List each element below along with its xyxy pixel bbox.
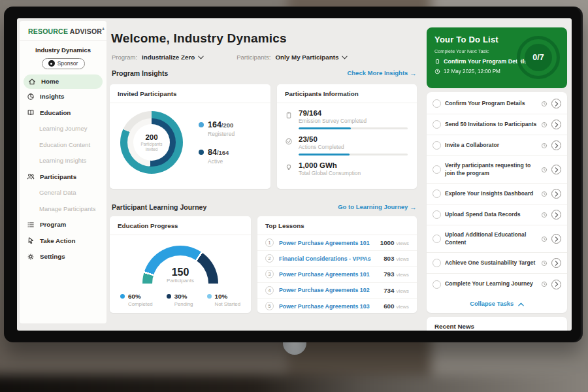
chevron-right-icon[interactable] — [551, 280, 561, 289]
collapse-tasks-link[interactable]: Collapse Tasks — [427, 295, 567, 307]
task-checkbox[interactable] — [433, 259, 441, 267]
home-icon — [28, 78, 36, 86]
task-checkbox[interactable] — [433, 165, 441, 174]
check-more-insights-link[interactable]: Check More Insights → — [347, 69, 417, 77]
sidebar-item-manage-participants[interactable]: Manage Participants — [20, 201, 106, 217]
lesson-link[interactable]: Financial Considerations - VPPAs — [279, 255, 378, 262]
chevron-right-icon[interactable] — [551, 234, 561, 244]
task-checkbox[interactable] — [433, 189, 441, 198]
recent-news-card: Recent News — [427, 317, 567, 331]
legend-item-pending: 30% Pending — [167, 293, 193, 307]
sidebar-item-general-data[interactable]: General Data — [20, 185, 106, 201]
task-row[interactable]: Verify participants requesting to join t… — [427, 156, 567, 184]
clock-icon — [541, 167, 547, 173]
task-row[interactable]: Invite a Collaborator — [427, 135, 567, 156]
chevron-right-icon[interactable] — [551, 120, 561, 129]
legend-dot — [167, 294, 171, 299]
logo-primary: RESOURCE — [28, 27, 68, 35]
legend-pct: 60% — [128, 293, 141, 300]
go-to-learning-journey-link[interactable]: Go to Learning Journey → — [338, 203, 417, 211]
task-row[interactable]: Confirm Your Program Details — [427, 93, 567, 114]
task-row[interactable]: Send 50 Invitations to Participants — [427, 114, 567, 135]
chevron-right-icon[interactable] — [551, 189, 561, 199]
clock-icon — [541, 101, 547, 107]
invited-donut-chart: 200 Participants Invited 164/200 Registe… — [110, 103, 270, 174]
program-filter-dropdown[interactable]: Industrialize Zero — [142, 54, 204, 61]
task-label: Verify participants requesting to join t… — [445, 162, 537, 176]
cursor-action-icon — [27, 237, 35, 244]
legend-value: 84 — [208, 148, 217, 157]
legend-label: Active — [208, 158, 235, 165]
task-checkbox[interactable] — [433, 210, 441, 219]
sidebar-item-label: Participants — [40, 173, 76, 180]
chevron-right-icon[interactable] — [551, 165, 561, 174]
book-icon — [27, 108, 35, 116]
sidebar-item-label: Learning Journey — [39, 125, 87, 132]
task-checkbox[interactable] — [433, 141, 441, 150]
task-checkbox[interactable] — [433, 99, 441, 108]
sidebar-item-take-action[interactable]: Take Action — [20, 233, 106, 249]
sidebar-item-settings[interactable]: Settings — [20, 249, 106, 265]
lightbulb-icon — [285, 163, 293, 176]
donut-center-label: Invited — [146, 147, 158, 152]
lesson-link[interactable]: Power Purchase Agreements 101 — [279, 271, 378, 278]
org-name: Industry Dynamics — [20, 46, 106, 54]
sidebar-item-learning-journey[interactable]: Learning Journey — [20, 121, 106, 137]
clipboard-icon — [285, 111, 293, 129]
recent-news-title: Recent News — [427, 317, 567, 331]
lesson-views: 803 — [384, 255, 394, 262]
lesson-row: 5 Power Purchase Agreements 103 600views — [257, 299, 417, 314]
lesson-link[interactable]: Power Purchase Agreements 102 — [279, 287, 378, 293]
chevron-right-icon[interactable] — [551, 99, 561, 108]
info-label: Actions Completed — [299, 144, 408, 150]
lesson-row: 2 Financial Considerations - VPPAs 803vi… — [257, 251, 417, 267]
task-row[interactable]: Upload Spend Data Records — [427, 204, 567, 225]
sponsor-badge[interactable]: Sponsor — [42, 58, 85, 69]
task-label: Achieve One Sustainability Target — [445, 259, 537, 267]
info-label: Total Global Consumption — [299, 170, 408, 176]
top-lessons-card: Top Lessons 1 Power Purchase Agreements … — [257, 216, 417, 313]
task-row[interactable]: Explore Your Insights Dashboard — [427, 184, 567, 204]
legend-item-registered: 164/200 Registered — [199, 120, 235, 137]
legend-label: Pending — [174, 301, 193, 307]
sidebar-item-education[interactable]: Education — [20, 105, 106, 121]
sidebar-item-insights[interactable]: Insights — [20, 89, 106, 105]
chevron-right-icon[interactable] — [551, 140, 561, 150]
clock-icon — [541, 191, 547, 197]
chevron-right-icon[interactable] — [551, 258, 561, 268]
info-value: 1,000 GWh — [299, 161, 408, 169]
task-checkbox[interactable] — [433, 280, 441, 289]
lesson-link[interactable]: Power Purchase Agreements 103 — [279, 303, 378, 310]
task-row[interactable]: Achieve One Sustainability Target — [427, 253, 567, 274]
dashboard-screen: RESOURCE ADVISOR+ Industry Dynamics Spon… — [17, 18, 572, 331]
gauge-legend: 60% Completed 30% Pending 10% Not Starte… — [110, 284, 251, 307]
app-logo: RESOURCE ADVISOR+ — [20, 21, 106, 41]
section-title: Participant Learning Journey — [112, 203, 206, 211]
collapse-label: Collapse Tasks — [470, 301, 514, 307]
chevron-right-icon[interactable] — [551, 210, 561, 220]
todo-summary-card: Your To Do List Complete Your Next Task:… — [427, 27, 567, 88]
pie-chart-icon — [27, 93, 35, 101]
sidebar-item-education-content[interactable]: Education Content — [20, 137, 106, 153]
clock-icon — [541, 142, 547, 149]
sidebar-item-label: Manage Participants — [39, 205, 96, 212]
task-checkbox[interactable] — [433, 235, 441, 243]
monitor-bezel: RESOURCE ADVISOR+ Industry Dynamics Spon… — [4, 7, 583, 342]
sidebar-item-learning-insights[interactable]: Learning Insights — [20, 153, 106, 169]
participants-filter-dropdown[interactable]: Only My Participants — [275, 54, 348, 61]
card-title: Participants Information — [277, 84, 417, 103]
legend-value: 164 — [208, 120, 221, 129]
lesson-link[interactable]: Power Purchase Agreements 101 — [279, 240, 375, 246]
task-row[interactable]: Upload Additional Educational Content — [427, 225, 567, 253]
task-checkbox[interactable] — [433, 120, 441, 129]
desk-edge — [0, 375, 588, 392]
link-label: Check More Insights — [347, 69, 408, 76]
sidebar-item-participants[interactable]: Participants — [20, 169, 106, 185]
sidebar-item-program[interactable]: Program — [20, 217, 106, 233]
task-row[interactable]: Complete Your Learning Journey — [427, 274, 567, 295]
card-title: Invited Participants — [110, 84, 270, 103]
task-label: Upload Spend Data Records — [445, 211, 537, 218]
logo-secondary: ADVISOR — [70, 27, 102, 35]
lesson-rank: 1 — [265, 238, 274, 247]
sidebar-item-home[interactable]: Home — [24, 74, 103, 89]
